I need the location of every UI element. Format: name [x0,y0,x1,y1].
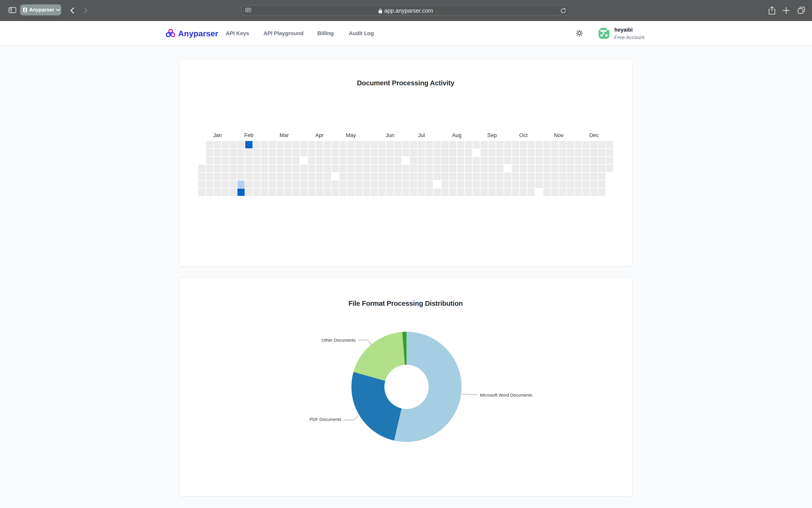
svg-text:Mar: Mar [279,132,289,138]
svg-text:PDF Documents: PDF Documents [309,417,341,422]
svg-text:May: May [346,132,356,138]
svg-text:Apr: Apr [315,132,323,138]
svg-text:Microsoft Word Documents: Microsoft Word Documents [480,392,532,397]
svg-text:Aug: Aug [452,132,461,138]
svg-text:Jun: Jun [386,132,394,138]
svg-text:Dec: Dec [589,132,598,138]
svg-text:Oct: Oct [519,132,528,138]
svg-text:Nov: Nov [554,132,563,138]
svg-text:Sep: Sep [487,132,497,138]
svg-text:Feb: Feb [244,132,253,138]
svg-text:Other Documents: Other Documents [321,338,355,342]
svg-text:Jan: Jan [213,132,222,138]
svg-text:Jul: Jul [418,132,425,138]
